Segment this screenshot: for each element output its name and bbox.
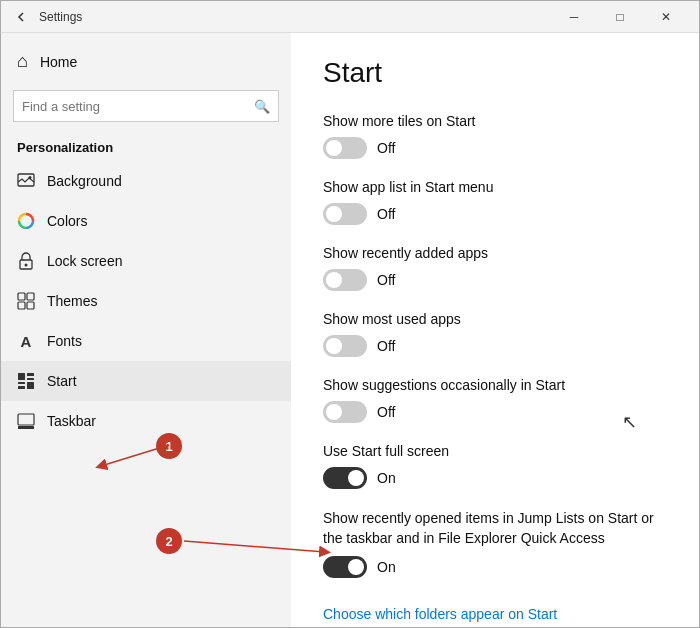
- taskbar-icon: [17, 412, 35, 430]
- svg-rect-14: [27, 382, 34, 389]
- themes-icon: [17, 292, 35, 310]
- search-icon: 🔍: [254, 99, 270, 114]
- toggle-most-used[interactable]: [323, 335, 367, 357]
- svg-rect-10: [27, 373, 34, 376]
- setting-more-tiles: Show more tiles on Start Off: [323, 113, 667, 159]
- svg-rect-12: [18, 382, 25, 384]
- sidebar-item-start[interactable]: Start: [1, 361, 291, 401]
- page-title: Start: [323, 57, 667, 89]
- svg-rect-8: [27, 302, 34, 309]
- sidebar-item-label: Fonts: [47, 333, 82, 349]
- toggle-knob: [326, 338, 342, 354]
- svg-rect-5: [18, 293, 25, 300]
- toggle-more-tiles[interactable]: [323, 137, 367, 159]
- main-panel: Start Show more tiles on Start Off Show …: [291, 33, 699, 627]
- svg-rect-6: [27, 293, 34, 300]
- home-label: Home: [40, 54, 77, 70]
- sidebar-item-themes[interactable]: Themes: [1, 281, 291, 321]
- sidebar-item-label: Start: [47, 373, 77, 389]
- toggle-knob: [348, 559, 364, 575]
- toggle-knob: [326, 272, 342, 288]
- setting-full-screen: Use Start full screen On: [323, 443, 667, 489]
- toggle-suggestions[interactable]: [323, 401, 367, 423]
- svg-rect-13: [18, 386, 25, 389]
- toggle-knob: [326, 140, 342, 156]
- toggle-state: Off: [377, 404, 395, 420]
- title-bar: Settings ─ □ ✕: [1, 1, 699, 33]
- toggle-state: Off: [377, 338, 395, 354]
- toggle-recently-added[interactable]: [323, 269, 367, 291]
- setting-label: Use Start full screen: [323, 443, 667, 459]
- svg-rect-15: [18, 414, 34, 425]
- svg-rect-16: [18, 426, 34, 429]
- svg-rect-11: [27, 378, 34, 380]
- svg-rect-7: [18, 302, 25, 309]
- sidebar-item-background[interactable]: Background: [1, 161, 291, 201]
- setting-recently-added: Show recently added apps Off: [323, 245, 667, 291]
- setting-most-used: Show most used apps Off: [323, 311, 667, 357]
- window-title: Settings: [39, 10, 82, 24]
- svg-point-4: [25, 264, 28, 267]
- start-icon: [17, 372, 35, 390]
- toggle-state: Off: [377, 140, 395, 156]
- toggle-state: Off: [377, 272, 395, 288]
- sidebar-item-fonts[interactable]: A Fonts: [1, 321, 291, 361]
- background-icon: [17, 172, 35, 190]
- sidebar-item-label: Lock screen: [47, 253, 122, 269]
- minimize-button[interactable]: ─: [551, 1, 597, 33]
- toggle-knob: [326, 404, 342, 420]
- annotation-1: 1: [156, 433, 182, 459]
- toggle-knob: [326, 206, 342, 222]
- search-box[interactable]: 🔍: [13, 90, 279, 122]
- toggle-state: Off: [377, 206, 395, 222]
- folders-link[interactable]: Choose which folders appear on Start: [323, 606, 557, 622]
- svg-point-1: [29, 176, 32, 179]
- toggle-state: On: [377, 559, 396, 575]
- fonts-icon: A: [17, 332, 35, 350]
- sidebar-item-label: Background: [47, 173, 122, 189]
- back-button[interactable]: [11, 7, 31, 27]
- sidebar-item-label: Themes: [47, 293, 98, 309]
- svg-rect-9: [18, 373, 25, 380]
- toggle-app-list[interactable]: [323, 203, 367, 225]
- toggle-state: On: [377, 470, 396, 486]
- setting-label: Show recently added apps: [323, 245, 667, 261]
- section-label: Personalization: [1, 130, 291, 161]
- setting-label: Show app list in Start menu: [323, 179, 667, 195]
- setting-suggestions: Show suggestions occasionally in Start O…: [323, 377, 667, 423]
- lock-screen-icon: [17, 252, 35, 270]
- search-input[interactable]: [22, 99, 254, 114]
- sidebar-item-taskbar[interactable]: Taskbar: [1, 401, 291, 441]
- setting-app-list: Show app list in Start menu Off: [323, 179, 667, 225]
- setting-label: Show most used apps: [323, 311, 667, 327]
- home-icon: ⌂: [17, 51, 28, 72]
- sidebar-item-colors[interactable]: Colors: [1, 201, 291, 241]
- colors-icon: [17, 212, 35, 230]
- toggle-jump-lists[interactable]: [323, 556, 367, 578]
- setting-label: Show suggestions occasionally in Start: [323, 377, 667, 393]
- setting-label: Show recently opened items in Jump Lists…: [323, 509, 663, 548]
- close-button[interactable]: ✕: [643, 1, 689, 33]
- sidebar-item-label: Colors: [47, 213, 87, 229]
- setting-label: Show more tiles on Start: [323, 113, 667, 129]
- annotation-2: 2: [156, 528, 182, 554]
- sidebar-item-label: Taskbar: [47, 413, 96, 429]
- sidebar-item-lock-screen[interactable]: Lock screen: [1, 241, 291, 281]
- sidebar-home[interactable]: ⌂ Home: [1, 41, 291, 82]
- toggle-full-screen[interactable]: [323, 467, 367, 489]
- sidebar: ⌂ Home 🔍 Personalization Background Colo…: [1, 33, 291, 627]
- window-controls: ─ □ ✕: [551, 1, 689, 33]
- maximize-button[interactable]: □: [597, 1, 643, 33]
- setting-jump-lists: Show recently opened items in Jump Lists…: [323, 509, 667, 578]
- toggle-knob: [348, 470, 364, 486]
